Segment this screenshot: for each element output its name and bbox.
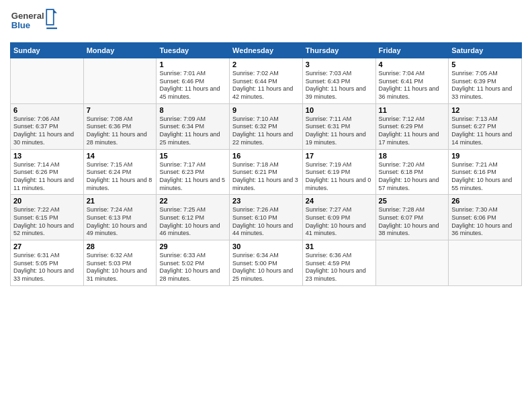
day-number: 30 <box>232 242 300 250</box>
day-info: Sunrise: 7:15 AMSunset: 6:24 PMDaylight:… <box>87 161 154 193</box>
calendar-cell: 28Sunrise: 6:32 AMSunset: 5:03 PMDayligh… <box>83 240 157 286</box>
day-info: Sunrise: 7:24 AMSunset: 6:13 PMDaylight:… <box>87 206 154 238</box>
day-number: 2 <box>232 60 300 68</box>
day-number: 15 <box>159 152 226 160</box>
svg-text:General: General <box>11 11 44 21</box>
calendar-cell: 3Sunrise: 7:03 AMSunset: 6:43 PMDaylight… <box>302 58 375 104</box>
calendar-cell <box>449 240 522 286</box>
day-number: 6 <box>13 106 81 114</box>
calendar-cell: 22Sunrise: 7:25 AMSunset: 6:12 PMDayligh… <box>157 195 230 240</box>
calendar-cell: 16Sunrise: 7:18 AMSunset: 6:21 PMDayligh… <box>230 149 303 195</box>
calendar-cell: 21Sunrise: 7:24 AMSunset: 6:13 PMDayligh… <box>83 195 157 240</box>
day-info: Sunrise: 7:28 AMSunset: 6:07 PMDaylight:… <box>379 206 446 238</box>
day-info: Sunrise: 7:19 AMSunset: 6:19 PMDaylight:… <box>306 161 373 193</box>
day-number: 9 <box>232 106 300 114</box>
day-info: Sunrise: 7:09 AMSunset: 6:34 PMDaylight:… <box>159 116 226 147</box>
calendar-table: SundayMondayTuesdayWednesdayThursdayFrid… <box>10 42 522 286</box>
calendar-week-5: 27Sunrise: 6:31 AMSunset: 5:05 PMDayligh… <box>11 240 522 286</box>
calendar-cell: 5Sunrise: 7:05 AMSunset: 6:39 PMDaylight… <box>449 58 522 104</box>
day-info: Sunrise: 6:32 AMSunset: 5:03 PMDaylight:… <box>87 252 154 283</box>
calendar-cell: 4Sunrise: 7:04 AMSunset: 6:41 PMDaylight… <box>375 58 449 104</box>
day-number: 10 <box>306 106 373 114</box>
day-info: Sunrise: 7:08 AMSunset: 6:36 PMDaylight:… <box>87 116 154 147</box>
day-number: 7 <box>87 106 154 114</box>
calendar-cell: 23Sunrise: 7:26 AMSunset: 6:10 PMDayligh… <box>230 195 303 240</box>
calendar-week-4: 20Sunrise: 7:22 AMSunset: 6:15 PMDayligh… <box>11 195 522 240</box>
calendar-cell: 20Sunrise: 7:22 AMSunset: 6:15 PMDayligh… <box>11 195 84 240</box>
calendar-cell: 18Sunrise: 7:20 AMSunset: 6:18 PMDayligh… <box>375 149 449 195</box>
day-number: 19 <box>451 152 519 160</box>
calendar-cell: 12Sunrise: 7:13 AMSunset: 6:27 PMDayligh… <box>449 103 522 149</box>
calendar-cell: 11Sunrise: 7:12 AMSunset: 6:29 PMDayligh… <box>375 103 449 149</box>
calendar-cell: 6Sunrise: 7:06 AMSunset: 6:37 PMDaylight… <box>11 103 84 149</box>
day-info: Sunrise: 7:25 AMSunset: 6:12 PMDaylight:… <box>159 206 226 238</box>
day-number: 11 <box>379 106 446 114</box>
day-number: 8 <box>159 106 226 114</box>
day-number: 16 <box>232 152 300 160</box>
day-number: 24 <box>306 197 373 205</box>
day-info: Sunrise: 7:12 AMSunset: 6:29 PMDaylight:… <box>379 116 446 147</box>
day-info: Sunrise: 7:03 AMSunset: 6:43 PMDaylight:… <box>306 70 373 101</box>
day-number: 20 <box>13 197 81 205</box>
weekday-header-wednesday: Wednesday <box>230 43 303 58</box>
day-number: 1 <box>159 60 226 68</box>
calendar-cell: 25Sunrise: 7:28 AMSunset: 6:07 PMDayligh… <box>375 195 449 240</box>
day-info: Sunrise: 7:10 AMSunset: 6:32 PMDaylight:… <box>232 116 300 147</box>
day-number: 21 <box>87 197 154 205</box>
calendar-cell: 17Sunrise: 7:19 AMSunset: 6:19 PMDayligh… <box>302 149 375 195</box>
calendar-cell: 9Sunrise: 7:10 AMSunset: 6:32 PMDaylight… <box>230 103 303 149</box>
calendar-week-1: 1Sunrise: 7:01 AMSunset: 6:46 PMDaylight… <box>11 58 522 104</box>
weekday-header-tuesday: Tuesday <box>157 43 230 58</box>
weekday-header-monday: Monday <box>83 43 157 58</box>
day-number: 23 <box>232 197 300 205</box>
day-number: 25 <box>379 197 446 205</box>
day-number: 18 <box>379 152 446 160</box>
day-info: Sunrise: 7:21 AMSunset: 6:16 PMDaylight:… <box>451 161 519 193</box>
day-number: 29 <box>159 242 226 250</box>
logo-svg: General Blue <box>10 7 57 37</box>
day-info: Sunrise: 6:31 AMSunset: 5:05 PMDaylight:… <box>13 252 81 283</box>
calendar-cell: 14Sunrise: 7:15 AMSunset: 6:24 PMDayligh… <box>83 149 157 195</box>
day-info: Sunrise: 6:34 AMSunset: 5:00 PMDaylight:… <box>232 252 300 283</box>
day-info: Sunrise: 7:27 AMSunset: 6:09 PMDaylight:… <box>306 206 373 238</box>
page-header: General Blue <box>10 7 522 37</box>
day-info: Sunrise: 7:01 AMSunset: 6:46 PMDaylight:… <box>159 70 226 101</box>
day-info: Sunrise: 7:14 AMSunset: 6:26 PMDaylight:… <box>13 161 81 193</box>
calendar-cell <box>375 240 449 286</box>
day-number: 5 <box>451 60 519 68</box>
day-number: 27 <box>13 242 81 250</box>
day-info: Sunrise: 7:22 AMSunset: 6:15 PMDaylight:… <box>13 206 81 238</box>
weekday-header-sunday: Sunday <box>11 43 84 58</box>
day-number: 12 <box>451 106 519 114</box>
calendar-cell: 10Sunrise: 7:11 AMSunset: 6:31 PMDayligh… <box>302 103 375 149</box>
day-number: 13 <box>13 152 81 160</box>
day-info: Sunrise: 7:04 AMSunset: 6:41 PMDaylight:… <box>379 70 446 101</box>
weekday-header-saturday: Saturday <box>449 43 522 58</box>
calendar-cell: 19Sunrise: 7:21 AMSunset: 6:16 PMDayligh… <box>449 149 522 195</box>
day-info: Sunrise: 7:02 AMSunset: 6:44 PMDaylight:… <box>232 70 300 101</box>
day-info: Sunrise: 7:05 AMSunset: 6:39 PMDaylight:… <box>451 70 519 101</box>
calendar-cell <box>11 58 84 104</box>
calendar-week-2: 6Sunrise: 7:06 AMSunset: 6:37 PMDaylight… <box>11 103 522 149</box>
day-number: 26 <box>451 197 519 205</box>
day-info: Sunrise: 7:20 AMSunset: 6:18 PMDaylight:… <box>379 161 446 193</box>
calendar-cell: 7Sunrise: 7:08 AMSunset: 6:36 PMDaylight… <box>83 103 157 149</box>
day-info: Sunrise: 7:06 AMSunset: 6:37 PMDaylight:… <box>13 116 81 147</box>
calendar-cell: 1Sunrise: 7:01 AMSunset: 6:46 PMDaylight… <box>157 58 230 104</box>
day-number: 31 <box>306 242 373 250</box>
day-info: Sunrise: 6:36 AMSunset: 4:59 PMDaylight:… <box>306 252 373 283</box>
weekday-header-friday: Friday <box>375 43 449 58</box>
calendar-cell: 15Sunrise: 7:17 AMSunset: 6:23 PMDayligh… <box>157 149 230 195</box>
calendar-cell: 30Sunrise: 6:34 AMSunset: 5:00 PMDayligh… <box>230 240 303 286</box>
calendar-cell: 13Sunrise: 7:14 AMSunset: 6:26 PMDayligh… <box>11 149 84 195</box>
day-info: Sunrise: 6:33 AMSunset: 5:02 PMDaylight:… <box>159 252 226 283</box>
calendar-body: 1Sunrise: 7:01 AMSunset: 6:46 PMDaylight… <box>11 58 522 286</box>
svg-marker-2 <box>46 9 54 25</box>
calendar-cell: 8Sunrise: 7:09 AMSunset: 6:34 PMDaylight… <box>157 103 230 149</box>
day-number: 22 <box>159 197 226 205</box>
calendar-cell: 31Sunrise: 6:36 AMSunset: 4:59 PMDayligh… <box>302 240 375 286</box>
calendar-cell <box>83 58 157 104</box>
logo: General Blue <box>10 7 57 37</box>
calendar-cell: 29Sunrise: 6:33 AMSunset: 5:02 PMDayligh… <box>157 240 230 286</box>
day-info: Sunrise: 7:26 AMSunset: 6:10 PMDaylight:… <box>232 206 300 238</box>
